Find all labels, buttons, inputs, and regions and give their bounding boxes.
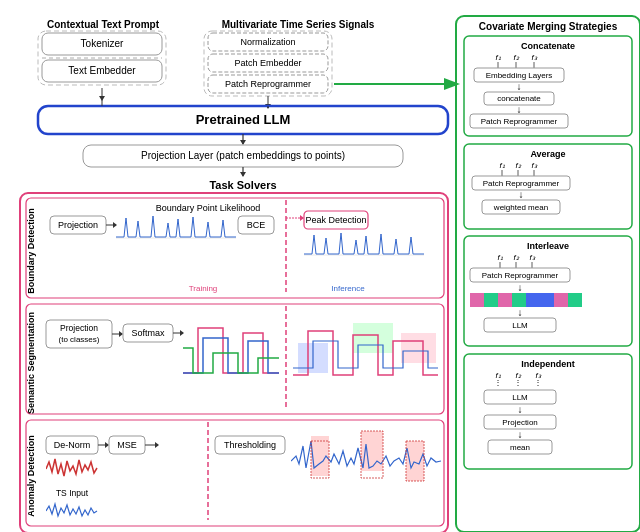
svg-rect-44 [512, 293, 526, 307]
svg-text:↓: ↓ [518, 429, 523, 440]
svg-rect-90 [26, 198, 444, 298]
svg-marker-88 [240, 172, 246, 177]
semantic-segmentation-label: Semantic Segmentation [26, 312, 36, 414]
task-solvers-label: Task Solvers [209, 179, 276, 191]
svg-rect-47 [554, 293, 568, 307]
svg-text:⋮: ⋮ [534, 378, 542, 387]
svg-text:f₃: f₃ [529, 253, 535, 262]
contextual-prompt-label: Contextual Text Prompt [47, 19, 160, 30]
svg-marker-121 [155, 442, 159, 448]
svg-text:f₂: f₂ [513, 253, 519, 262]
svg-text:concatenate: concatenate [497, 94, 541, 103]
patch-embedder-label: Patch Embedder [234, 58, 301, 68]
svg-text:weighted mean: weighted mean [493, 203, 548, 212]
svg-rect-42 [484, 293, 498, 307]
tokenizer-label: Tokenizer [81, 38, 124, 49]
svg-text:↓: ↓ [517, 81, 522, 92]
main-svg: Covariate Merging Strategies Concatenate… [8, 8, 640, 532]
svg-text:f₂: f₂ [515, 161, 521, 170]
ts-input-label: TS Input [56, 488, 89, 498]
svg-rect-30 [464, 236, 632, 346]
svg-text:Interleave: Interleave [527, 241, 569, 251]
boundary-projection-label: Projection [58, 220, 98, 230]
training-label: Training [189, 284, 218, 293]
svg-marker-117 [105, 442, 109, 448]
svg-rect-124 [361, 431, 383, 471]
svg-text:f₁: f₁ [497, 253, 502, 262]
peak-detection-label: Peak Detection [305, 215, 366, 225]
svg-text:LLM: LLM [512, 393, 528, 402]
softmax-label: Softmax [131, 328, 165, 338]
svg-text:(to classes): (to classes) [59, 335, 100, 344]
svg-text:Concatenate: Concatenate [521, 41, 575, 51]
svg-marker-93 [113, 222, 117, 228]
svg-text:⋮: ⋮ [494, 378, 502, 387]
svg-text:↓: ↓ [518, 404, 523, 415]
multivariate-label: Multivariate Time Series Signals [222, 19, 375, 30]
svg-marker-109 [180, 330, 184, 336]
anomaly-detection-label: Anomaly Detection [26, 435, 36, 517]
svg-rect-43 [498, 293, 512, 307]
svg-text:Patch Reprogrammer: Patch Reprogrammer [482, 271, 559, 280]
svg-text:f₁: f₁ [495, 53, 500, 62]
normalization-label: Normalization [240, 37, 295, 47]
text-embedder-label: Text Embedder [68, 65, 136, 76]
mse-label: MSE [117, 440, 137, 450]
svg-rect-125 [406, 441, 424, 481]
boundary-detection-label: Boundary Detection [26, 208, 36, 294]
svg-marker-85 [240, 140, 246, 145]
svg-rect-45 [526, 293, 540, 307]
thresholding-label: Thresholding [224, 440, 276, 450]
svg-text:Independent: Independent [521, 359, 575, 369]
svg-rect-89 [20, 193, 448, 532]
diagram-container: Covariate Merging Strategies Concatenate… [0, 0, 640, 532]
svg-text:Projection: Projection [60, 323, 98, 333]
denorm-label: De-Norm [54, 440, 91, 450]
projection-layer-label: Projection Layer (patch embeddings to po… [141, 150, 345, 161]
svg-text:↓: ↓ [518, 282, 523, 293]
svg-rect-112 [353, 323, 393, 353]
svg-text:↓: ↓ [517, 104, 522, 115]
llm-label: Pretrained LLM [196, 112, 291, 127]
svg-text:↓: ↓ [518, 307, 523, 318]
covariate-title: Covariate Merging Strategies [479, 21, 618, 32]
svg-text:f₃: f₃ [531, 53, 537, 62]
svg-text:Patch Reprogrammer: Patch Reprogrammer [481, 117, 558, 126]
svg-marker-106 [119, 331, 123, 337]
svg-text:LLM: LLM [512, 321, 528, 330]
svg-text:Average: Average [530, 149, 565, 159]
svg-text:Projection: Projection [502, 418, 538, 427]
svg-text:Embedding Layers: Embedding Layers [486, 71, 553, 80]
svg-text:f₁: f₁ [499, 161, 504, 170]
svg-text:f₃: f₃ [531, 161, 537, 170]
svg-text:f₂: f₂ [513, 53, 519, 62]
boundary-title: Boundary Point Likelihood [156, 203, 261, 213]
bce-label: BCE [247, 220, 266, 230]
patch-reprogrammer-top-label: Patch Reprogrammer [225, 79, 311, 89]
svg-text:mean: mean [510, 443, 530, 452]
svg-rect-48 [568, 293, 582, 307]
inference-label: Inference [331, 284, 365, 293]
svg-rect-41 [470, 293, 484, 307]
svg-rect-46 [540, 293, 554, 307]
svg-text:⋮: ⋮ [514, 378, 522, 387]
svg-rect-52 [464, 354, 632, 469]
svg-rect-113 [401, 333, 436, 363]
svg-text:Patch Reprogrammer: Patch Reprogrammer [483, 179, 560, 188]
svg-text:↓: ↓ [519, 189, 524, 200]
